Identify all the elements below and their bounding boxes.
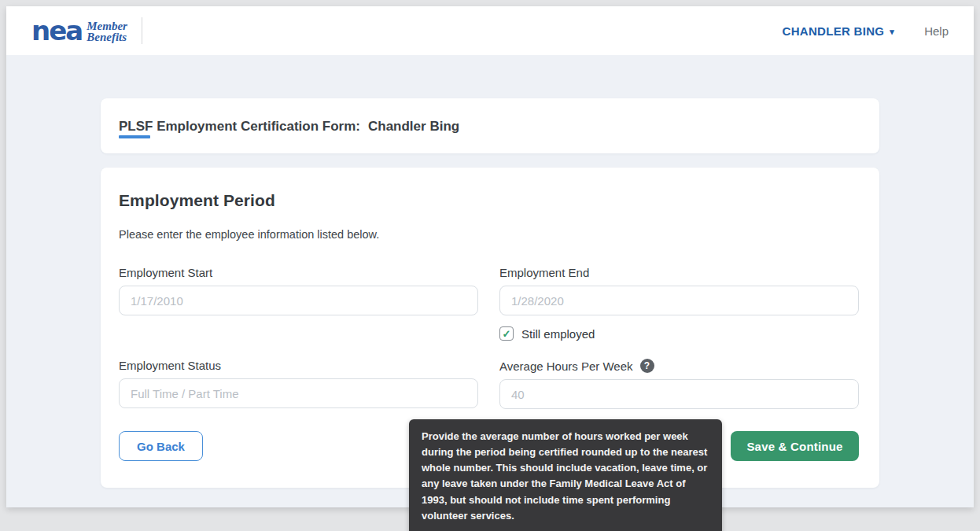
- save-continue-button[interactable]: Save & Continue: [731, 431, 859, 461]
- average-hours-label-row: Average Hours Per Week ?: [499, 359, 859, 373]
- employment-status-input[interactable]: [119, 378, 478, 408]
- top-navigation-bar: nea Member Benefits CHANDLER BING ▾ Help: [6, 6, 974, 55]
- user-name-label: CHANDLER BING: [783, 24, 885, 38]
- user-account-menu[interactable]: CHANDLER BING ▾: [783, 24, 895, 38]
- nea-logo-tagline: Member Benefits: [87, 19, 127, 43]
- average-hours-tooltip: Provide the average number of hours work…: [409, 419, 722, 531]
- check-icon: ✓: [503, 329, 511, 339]
- employment-status-group: Employment Status: [119, 359, 478, 409]
- average-hours-group: Average Hours Per Week ?: [499, 359, 859, 409]
- chevron-down-icon: ▾: [890, 27, 894, 37]
- employment-end-label: Employment End: [499, 266, 859, 279]
- help-link[interactable]: Help: [924, 24, 949, 38]
- nea-member-benefits-logo[interactable]: nea Member Benefits: [31, 17, 127, 44]
- employment-start-label: Employment Start: [119, 266, 478, 279]
- go-back-button[interactable]: Go Back: [119, 431, 203, 461]
- still-employed-label: Still employed: [521, 327, 595, 341]
- page-title: PLSF Employment Certification Form:Chand…: [119, 117, 459, 135]
- title-accent-underline: [119, 135, 150, 138]
- header-divider: [142, 17, 142, 44]
- average-hours-input[interactable]: [499, 379, 859, 409]
- form-title-card: PLSF Employment Certification Form:Chand…: [101, 98, 879, 153]
- employment-end-group: Employment End: [499, 266, 859, 315]
- tagline-line2: Benefits: [87, 31, 127, 43]
- section-heading: Employment Period: [119, 191, 859, 210]
- header-right-group: CHANDLER BING ▾ Help: [783, 24, 949, 38]
- page-title-member-name: Chandler Bing: [368, 119, 459, 134]
- employment-end-input[interactable]: [499, 286, 859, 315]
- nea-logo-text: nea: [31, 17, 82, 44]
- employment-start-input[interactable]: [119, 286, 478, 315]
- still-employed-checkbox[interactable]: ✓: [499, 326, 514, 341]
- tooltip-text: Provide the average number of hours work…: [422, 430, 707, 522]
- still-employed-checkbox-row[interactable]: ✓ Still employed: [499, 326, 859, 341]
- help-question-icon[interactable]: ?: [640, 359, 654, 373]
- employment-start-group: Employment Start: [119, 266, 478, 315]
- employment-status-label: Employment Status: [119, 359, 478, 372]
- average-hours-label: Average Hours Per Week: [499, 360, 633, 373]
- section-description: Please enter the employee information li…: [119, 228, 859, 241]
- page-title-prefix: PLSF Employment Certification Form:: [119, 119, 360, 134]
- fields-grid: Employment Start Employment End ✓ Still …: [119, 266, 859, 409]
